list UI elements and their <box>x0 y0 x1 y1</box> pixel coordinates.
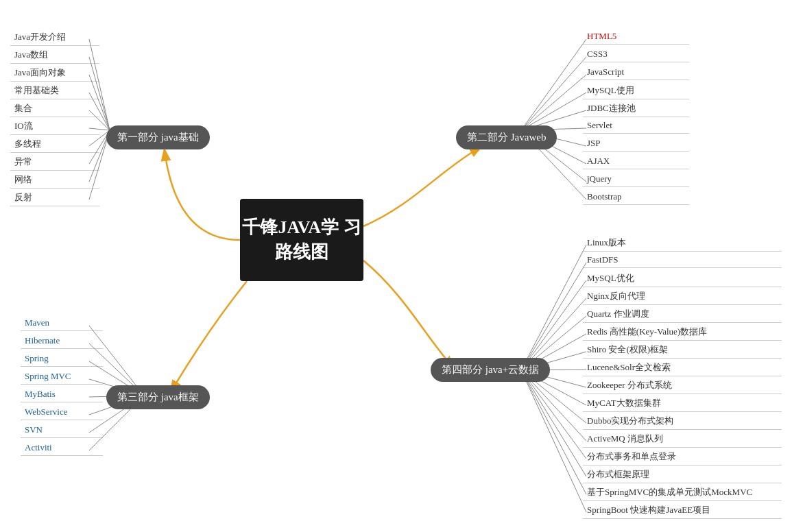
svg-line-10 <box>521 39 586 130</box>
list-item: 集合 <box>10 100 99 117</box>
svg-line-40 <box>521 370 586 459</box>
list-item: CSS3 <box>583 47 689 62</box>
list-item-hibernate: Hibernate <box>21 333 103 349</box>
branch-part1-label: 第一部分 java基础 <box>117 132 199 143</box>
list-item: Java开发介绍 <box>10 29 99 46</box>
list-item: FastDFS <box>583 252 782 268</box>
list-item: jQuery <box>583 171 689 187</box>
list-item: AJAX <box>583 154 689 169</box>
list-item: Shiro 安全(权限)框架 <box>583 341 782 359</box>
branch-part2: 第二部分 Javaweb <box>456 125 557 149</box>
list-item: Quartz 作业调度 <box>583 306 782 323</box>
list-item: Java面向对象 <box>10 64 99 82</box>
list-item: Lucene&Solr全文检索 <box>583 359 782 376</box>
list-item: 反射 <box>10 189 99 206</box>
list-item: MyBatis <box>21 387 103 402</box>
list-item: Zookeeper 分布式系统 <box>583 377 782 394</box>
svg-line-12 <box>521 75 586 130</box>
list-item: HTML5 <box>583 29 689 45</box>
svg-line-43 <box>521 370 586 512</box>
list-item: 基于SpringMVC的集成单元测试MockMVC <box>583 484 782 501</box>
list-item: 网络 <box>10 171 99 189</box>
list-item: ActiveMQ 消息队列 <box>583 431 782 448</box>
list-item: 异常 <box>10 154 99 171</box>
svg-line-28 <box>521 245 586 370</box>
list-item: Dubbo实现分布式架构 <box>583 413 782 430</box>
svg-line-42 <box>521 370 586 494</box>
list-item: WebService <box>21 404 103 420</box>
branch-part3: 第三部分 java框架 <box>106 385 210 409</box>
list-item: 分布式框架原理 <box>583 466 782 483</box>
branch-part2-label: 第二部分 Javaweb <box>467 132 546 143</box>
list-item: Nginx反向代理 <box>583 288 782 305</box>
svg-line-13 <box>521 93 586 130</box>
list-item: SpringBoot 快速构建JavaEE项目 <box>583 502 782 519</box>
branch-part3-label: 第三部分 java框架 <box>117 391 199 402</box>
list-item: SVN <box>21 422 103 438</box>
list-item: Spring <box>21 351 103 367</box>
list-item: Spring MVC <box>21 369 103 385</box>
svg-line-29 <box>521 263 586 370</box>
list-item: 常用基础类 <box>10 82 99 99</box>
svg-line-30 <box>521 280 586 370</box>
list-item: IO流 <box>10 118 99 135</box>
branch-part4-label: 第四部分 java+云数据 <box>442 364 539 375</box>
list-item: MySQL优化 <box>583 270 782 287</box>
center-label: 千锋JAVA学 习路线图 <box>240 215 363 265</box>
list-item: Linux版本 <box>583 234 782 252</box>
svg-line-41 <box>521 370 586 476</box>
list-item: Maven <box>21 315 103 331</box>
list-item: Redis 高性能(Key-Value)数据库 <box>583 324 782 341</box>
list-item: Activiti <box>21 440 103 456</box>
center-node: 千锋JAVA学 习路线图 <box>240 199 363 281</box>
svg-line-11 <box>521 57 586 130</box>
mind-map: 千锋JAVA学 习路线图 第一部分 java基础 Java开发介绍 Java数组… <box>0 0 792 532</box>
branch-part1: 第一部分 java基础 <box>106 125 210 149</box>
branch-part4: 第四部分 java+云数据 <box>431 358 550 382</box>
list-item: JavaScript <box>583 64 689 80</box>
list-item: 多线程 <box>10 136 99 153</box>
list-item: 分布式事务和单点登录 <box>583 448 782 466</box>
list-item: Bootstrap <box>583 189 689 205</box>
list-item: JSP <box>583 136 689 152</box>
list-item: JDBC连接池 <box>583 100 689 117</box>
list-item: Servlet <box>583 118 689 134</box>
list-item: Java数组 <box>10 47 99 64</box>
list-item: MyCAT大数据集群 <box>583 395 782 412</box>
list-item: MySQL使用 <box>583 82 689 99</box>
